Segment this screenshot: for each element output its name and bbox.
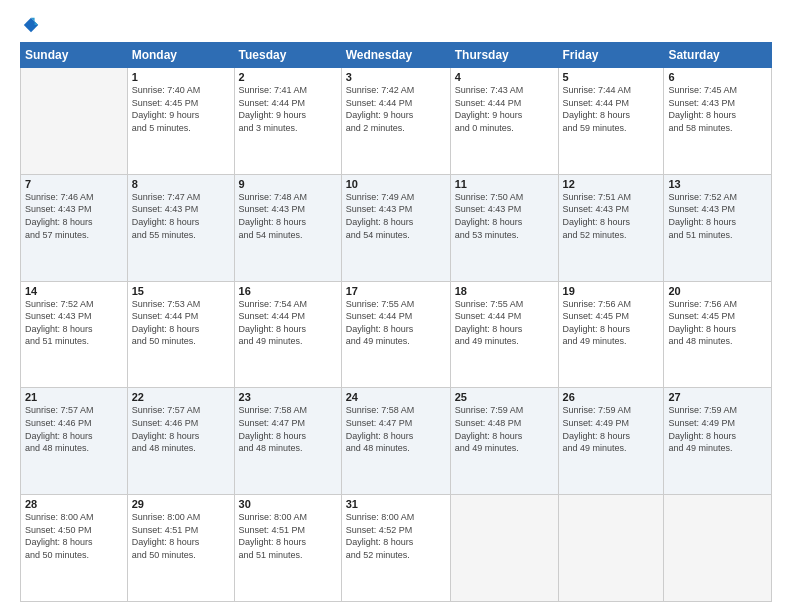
calendar-cell: 20Sunrise: 7:56 AM Sunset: 4:45 PM Dayli… bbox=[664, 281, 772, 388]
day-number: 16 bbox=[239, 285, 337, 297]
day-number: 10 bbox=[346, 178, 446, 190]
day-number: 15 bbox=[132, 285, 230, 297]
day-info: Sunrise: 7:55 AM Sunset: 4:44 PM Dayligh… bbox=[346, 298, 446, 348]
day-number: 8 bbox=[132, 178, 230, 190]
day-number: 18 bbox=[455, 285, 554, 297]
day-number: 30 bbox=[239, 498, 337, 510]
day-number: 13 bbox=[668, 178, 767, 190]
calendar-cell: 21Sunrise: 7:57 AM Sunset: 4:46 PM Dayli… bbox=[21, 388, 128, 495]
day-number: 17 bbox=[346, 285, 446, 297]
calendar-cell bbox=[450, 495, 558, 602]
calendar-cell bbox=[558, 495, 664, 602]
col-header-thursday: Thursday bbox=[450, 43, 558, 68]
col-header-sunday: Sunday bbox=[21, 43, 128, 68]
day-info: Sunrise: 8:00 AM Sunset: 4:51 PM Dayligh… bbox=[132, 511, 230, 561]
day-info: Sunrise: 7:48 AM Sunset: 4:43 PM Dayligh… bbox=[239, 191, 337, 241]
calendar-cell: 12Sunrise: 7:51 AM Sunset: 4:43 PM Dayli… bbox=[558, 174, 664, 281]
day-info: Sunrise: 7:46 AM Sunset: 4:43 PM Dayligh… bbox=[25, 191, 123, 241]
day-number: 25 bbox=[455, 391, 554, 403]
day-number: 31 bbox=[346, 498, 446, 510]
calendar-cell: 19Sunrise: 7:56 AM Sunset: 4:45 PM Dayli… bbox=[558, 281, 664, 388]
col-header-tuesday: Tuesday bbox=[234, 43, 341, 68]
day-number: 5 bbox=[563, 71, 660, 83]
day-info: Sunrise: 8:00 AM Sunset: 4:51 PM Dayligh… bbox=[239, 511, 337, 561]
calendar: SundayMondayTuesdayWednesdayThursdayFrid… bbox=[20, 42, 772, 602]
day-number: 21 bbox=[25, 391, 123, 403]
day-number: 2 bbox=[239, 71, 337, 83]
calendar-cell: 5Sunrise: 7:44 AM Sunset: 4:44 PM Daylig… bbox=[558, 68, 664, 175]
day-number: 11 bbox=[455, 178, 554, 190]
calendar-cell: 31Sunrise: 8:00 AM Sunset: 4:52 PM Dayli… bbox=[341, 495, 450, 602]
day-info: Sunrise: 7:59 AM Sunset: 4:49 PM Dayligh… bbox=[668, 404, 767, 454]
day-number: 9 bbox=[239, 178, 337, 190]
day-number: 3 bbox=[346, 71, 446, 83]
col-header-friday: Friday bbox=[558, 43, 664, 68]
day-info: Sunrise: 7:49 AM Sunset: 4:43 PM Dayligh… bbox=[346, 191, 446, 241]
page: SundayMondayTuesdayWednesdayThursdayFrid… bbox=[0, 0, 792, 612]
day-number: 26 bbox=[563, 391, 660, 403]
day-info: Sunrise: 7:47 AM Sunset: 4:43 PM Dayligh… bbox=[132, 191, 230, 241]
calendar-week-1: 1Sunrise: 7:40 AM Sunset: 4:45 PM Daylig… bbox=[21, 68, 772, 175]
day-number: 29 bbox=[132, 498, 230, 510]
calendar-cell: 3Sunrise: 7:42 AM Sunset: 4:44 PM Daylig… bbox=[341, 68, 450, 175]
day-number: 24 bbox=[346, 391, 446, 403]
day-info: Sunrise: 7:52 AM Sunset: 4:43 PM Dayligh… bbox=[25, 298, 123, 348]
logo-text bbox=[20, 16, 40, 34]
day-info: Sunrise: 7:40 AM Sunset: 4:45 PM Dayligh… bbox=[132, 84, 230, 134]
calendar-week-3: 14Sunrise: 7:52 AM Sunset: 4:43 PM Dayli… bbox=[21, 281, 772, 388]
calendar-cell: 18Sunrise: 7:55 AM Sunset: 4:44 PM Dayli… bbox=[450, 281, 558, 388]
day-number: 22 bbox=[132, 391, 230, 403]
calendar-week-5: 28Sunrise: 8:00 AM Sunset: 4:50 PM Dayli… bbox=[21, 495, 772, 602]
calendar-cell: 24Sunrise: 7:58 AM Sunset: 4:47 PM Dayli… bbox=[341, 388, 450, 495]
calendar-cell: 10Sunrise: 7:49 AM Sunset: 4:43 PM Dayli… bbox=[341, 174, 450, 281]
day-number: 7 bbox=[25, 178, 123, 190]
day-info: Sunrise: 7:54 AM Sunset: 4:44 PM Dayligh… bbox=[239, 298, 337, 348]
calendar-cell: 25Sunrise: 7:59 AM Sunset: 4:48 PM Dayli… bbox=[450, 388, 558, 495]
day-info: Sunrise: 7:41 AM Sunset: 4:44 PM Dayligh… bbox=[239, 84, 337, 134]
day-info: Sunrise: 7:59 AM Sunset: 4:49 PM Dayligh… bbox=[563, 404, 660, 454]
day-number: 1 bbox=[132, 71, 230, 83]
calendar-cell: 13Sunrise: 7:52 AM Sunset: 4:43 PM Dayli… bbox=[664, 174, 772, 281]
calendar-week-4: 21Sunrise: 7:57 AM Sunset: 4:46 PM Dayli… bbox=[21, 388, 772, 495]
day-info: Sunrise: 7:42 AM Sunset: 4:44 PM Dayligh… bbox=[346, 84, 446, 134]
day-info: Sunrise: 8:00 AM Sunset: 4:50 PM Dayligh… bbox=[25, 511, 123, 561]
calendar-cell: 28Sunrise: 8:00 AM Sunset: 4:50 PM Dayli… bbox=[21, 495, 128, 602]
col-header-wednesday: Wednesday bbox=[341, 43, 450, 68]
calendar-cell: 8Sunrise: 7:47 AM Sunset: 4:43 PM Daylig… bbox=[127, 174, 234, 281]
day-info: Sunrise: 7:56 AM Sunset: 4:45 PM Dayligh… bbox=[563, 298, 660, 348]
calendar-cell: 22Sunrise: 7:57 AM Sunset: 4:46 PM Dayli… bbox=[127, 388, 234, 495]
calendar-cell: 6Sunrise: 7:45 AM Sunset: 4:43 PM Daylig… bbox=[664, 68, 772, 175]
logo bbox=[20, 16, 40, 34]
calendar-cell: 7Sunrise: 7:46 AM Sunset: 4:43 PM Daylig… bbox=[21, 174, 128, 281]
day-info: Sunrise: 7:51 AM Sunset: 4:43 PM Dayligh… bbox=[563, 191, 660, 241]
day-info: Sunrise: 7:44 AM Sunset: 4:44 PM Dayligh… bbox=[563, 84, 660, 134]
day-info: Sunrise: 7:52 AM Sunset: 4:43 PM Dayligh… bbox=[668, 191, 767, 241]
calendar-cell: 15Sunrise: 7:53 AM Sunset: 4:44 PM Dayli… bbox=[127, 281, 234, 388]
calendar-cell: 26Sunrise: 7:59 AM Sunset: 4:49 PM Dayli… bbox=[558, 388, 664, 495]
day-info: Sunrise: 8:00 AM Sunset: 4:52 PM Dayligh… bbox=[346, 511, 446, 561]
calendar-cell bbox=[21, 68, 128, 175]
day-info: Sunrise: 7:57 AM Sunset: 4:46 PM Dayligh… bbox=[25, 404, 123, 454]
day-number: 19 bbox=[563, 285, 660, 297]
calendar-week-2: 7Sunrise: 7:46 AM Sunset: 4:43 PM Daylig… bbox=[21, 174, 772, 281]
day-number: 4 bbox=[455, 71, 554, 83]
day-info: Sunrise: 7:45 AM Sunset: 4:43 PM Dayligh… bbox=[668, 84, 767, 134]
day-info: Sunrise: 7:50 AM Sunset: 4:43 PM Dayligh… bbox=[455, 191, 554, 241]
day-info: Sunrise: 7:43 AM Sunset: 4:44 PM Dayligh… bbox=[455, 84, 554, 134]
day-number: 12 bbox=[563, 178, 660, 190]
calendar-cell: 29Sunrise: 8:00 AM Sunset: 4:51 PM Dayli… bbox=[127, 495, 234, 602]
day-number: 23 bbox=[239, 391, 337, 403]
calendar-header-row: SundayMondayTuesdayWednesdayThursdayFrid… bbox=[21, 43, 772, 68]
col-header-saturday: Saturday bbox=[664, 43, 772, 68]
day-info: Sunrise: 7:58 AM Sunset: 4:47 PM Dayligh… bbox=[346, 404, 446, 454]
day-info: Sunrise: 7:59 AM Sunset: 4:48 PM Dayligh… bbox=[455, 404, 554, 454]
day-info: Sunrise: 7:56 AM Sunset: 4:45 PM Dayligh… bbox=[668, 298, 767, 348]
calendar-cell: 17Sunrise: 7:55 AM Sunset: 4:44 PM Dayli… bbox=[341, 281, 450, 388]
calendar-cell: 16Sunrise: 7:54 AM Sunset: 4:44 PM Dayli… bbox=[234, 281, 341, 388]
calendar-cell: 27Sunrise: 7:59 AM Sunset: 4:49 PM Dayli… bbox=[664, 388, 772, 495]
logo-icon bbox=[22, 16, 40, 34]
day-number: 20 bbox=[668, 285, 767, 297]
day-number: 28 bbox=[25, 498, 123, 510]
day-number: 14 bbox=[25, 285, 123, 297]
calendar-cell: 11Sunrise: 7:50 AM Sunset: 4:43 PM Dayli… bbox=[450, 174, 558, 281]
